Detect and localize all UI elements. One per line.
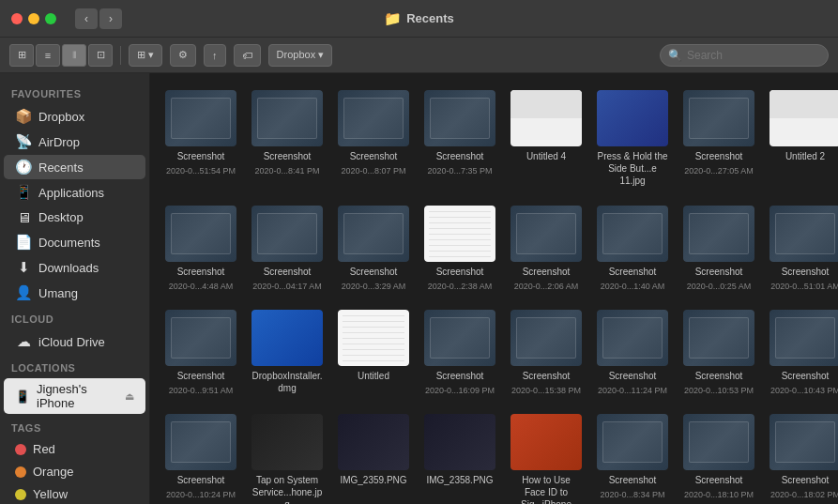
- thumb-image: [683, 206, 754, 262]
- sidebar-item-dropbox[interactable]: 📦 Dropbox: [4, 104, 145, 129]
- tag-button[interactable]: 🏷: [234, 44, 261, 67]
- file-item-f6[interactable]: Press & Hold the Side But...e 11.jpg: [593, 84, 672, 192]
- view-icon-button[interactable]: ⊞: [9, 44, 34, 67]
- file-name: Screenshot: [609, 474, 657, 486]
- sidebar-item-label: Red: [33, 442, 55, 456]
- fullscreen-button[interactable]: [45, 13, 56, 24]
- file-item-f1[interactable]: Screenshot 2020-0...51:54 PM: [161, 84, 240, 192]
- file-thumbnail: [683, 310, 754, 366]
- file-item-f12[interactable]: Screenshot 2020-0...3:29 AM: [334, 200, 413, 297]
- main-container: Favourites 📦 Dropbox 📡 AirDrop 🕐 Recents…: [0, 73, 838, 504]
- file-thumbnail: [165, 206, 236, 262]
- thumb-image: [769, 414, 838, 470]
- sidebar-item-tag-orange[interactable]: Orange: [4, 461, 145, 482]
- sidebar-item-desktop[interactable]: 🖥 Desktop: [4, 206, 145, 229]
- iphone-icon: 📱: [15, 389, 30, 404]
- file-item-f24[interactable]: Screenshot 2020-0...11:24 PM: [593, 304, 672, 401]
- file-date: 2020-0...51:54 PM: [166, 166, 236, 176]
- sidebar-item-tag-yellow[interactable]: Yellow: [4, 483, 145, 504]
- sidebar-item-jignesh-iphone[interactable]: 📱 Jignesh's iPhone ⏏: [4, 378, 145, 414]
- file-thumbnail: [769, 90, 838, 146]
- desktop-icon: 🖥: [15, 209, 32, 225]
- sidebar-item-label: Yellow: [33, 487, 68, 501]
- file-item-f5[interactable]: Untitled 4: [507, 84, 586, 192]
- file-item-f17[interactable]: Screenshot 2020-0...51:01 AM: [766, 200, 838, 297]
- search-box[interactable]: 🔍: [660, 44, 829, 67]
- eject-icon[interactable]: ⏏: [125, 390, 134, 403]
- file-item-f25[interactable]: Screenshot 2020-0...10:53 PM: [679, 304, 758, 401]
- sidebar-item-tag-red[interactable]: Red: [4, 438, 145, 460]
- file-thumbnail: [165, 414, 236, 470]
- share-button[interactable]: ↑: [204, 44, 226, 67]
- file-date: 2020-0...16:09 PM: [425, 386, 495, 395]
- view-gallery-button[interactable]: ⊡: [88, 44, 113, 67]
- file-item-f28[interactable]: Screenshot 2020-0...10:24 PM: [161, 408, 240, 504]
- file-item-f8[interactable]: Untitled 2: [766, 84, 838, 192]
- sidebar-item-label: iCloud Drive: [38, 335, 105, 349]
- file-item-f16[interactable]: Screenshot 2020-0...0:25 AM: [679, 200, 758, 297]
- file-item-f7[interactable]: Screenshot 2020-0...27:05 AM: [679, 84, 758, 192]
- file-date: 2020-0...11:24 PM: [598, 386, 667, 395]
- file-item-f20[interactable]: DropboxInstaller.dmg: [248, 304, 327, 401]
- minimize-button[interactable]: [28, 13, 39, 24]
- file-date: 2020-0...2:38 AM: [428, 282, 493, 291]
- thumb-image: [510, 414, 582, 470]
- sidebar-item-label: Downloads: [38, 261, 99, 275]
- file-item-f10[interactable]: Screenshot 2020-0...4:48 AM: [161, 200, 240, 297]
- file-item-f4[interactable]: Screenshot 2020-0...7:35 PM: [420, 84, 499, 192]
- view-options-button[interactable]: ⊞ ▾: [129, 44, 162, 67]
- file-date: 2020-0...10:43 PM: [770, 386, 838, 395]
- file-date: 2020-0...27:05 AM: [684, 166, 754, 176]
- file-item-f23[interactable]: Screenshot 2020-0...15:38 PM: [507, 304, 586, 401]
- dropbox-button[interactable]: Dropbox ▾: [268, 44, 333, 67]
- forward-button[interactable]: ›: [99, 8, 122, 29]
- sidebar-item-label: Recents: [38, 160, 84, 175]
- file-item-f11[interactable]: Screenshot 2020-0...04:17 AM: [248, 200, 327, 297]
- sidebar-item-documents[interactable]: 📄 Documents: [4, 230, 145, 254]
- sidebar-item-umang[interactable]: 👤 Umang: [4, 281, 145, 305]
- sidebar-item-recents[interactable]: 🕐 Recents: [4, 155, 145, 179]
- sidebar-item-label: AirDrop: [38, 135, 80, 149]
- sidebar-item-icloud-drive[interactable]: ☁ iCloud Drive: [4, 329, 145, 354]
- file-thumbnail: [424, 90, 495, 146]
- file-item-f2[interactable]: Screenshot 2020-0...8:41 PM: [248, 84, 327, 192]
- file-thumbnail: [251, 90, 323, 146]
- file-item-f35[interactable]: Screenshot 2020-0...18:02 PM: [766, 408, 838, 504]
- file-item-f21[interactable]: Untitled: [334, 304, 413, 401]
- file-thumbnail: [424, 206, 495, 262]
- view-list-button[interactable]: ≡: [36, 44, 60, 67]
- sidebar-item-airdrop[interactable]: 📡 AirDrop: [4, 130, 145, 154]
- file-item-f29[interactable]: Tap on System Service...hone.jpg: [248, 408, 327, 504]
- recents-icon: 🕐: [15, 159, 32, 176]
- file-item-f32[interactable]: How to Use Face ID to Sig...iPhone: [507, 408, 586, 504]
- file-name: Screenshot: [523, 266, 571, 278]
- file-name: How to Use Face ID to Sig...iPhone: [510, 474, 582, 504]
- file-name: Screenshot: [695, 474, 743, 486]
- search-input[interactable]: [687, 49, 820, 62]
- sidebar-item-label: Dropbox: [38, 110, 84, 124]
- thumb-image: [251, 206, 323, 262]
- file-item-f26[interactable]: Screenshot 2020-0...10:43 PM: [766, 304, 838, 401]
- file-item-f33[interactable]: Screenshot 2020-0...8:34 PM: [593, 408, 672, 504]
- view-column-button[interactable]: ⫴: [62, 44, 86, 67]
- action-button[interactable]: ⚙: [170, 44, 196, 67]
- folder-icon: 📁: [384, 10, 402, 27]
- file-item-f31[interactable]: IMG_2358.PNG: [420, 408, 499, 504]
- sidebar-item-applications[interactable]: 📱 Applications: [4, 180, 145, 205]
- file-name: Screenshot: [177, 150, 225, 162]
- back-button[interactable]: ‹: [75, 8, 98, 29]
- thumb-image: [597, 206, 668, 262]
- file-item-f14[interactable]: Screenshot 2020-0...2:06 AM: [507, 200, 586, 297]
- file-item-f19[interactable]: Screenshot 2020-0...9:51 AM: [161, 304, 240, 401]
- file-name: Screenshot: [609, 266, 657, 278]
- file-item-f3[interactable]: Screenshot 2020-0...8:07 PM: [334, 84, 413, 192]
- file-item-f13[interactable]: Screenshot 2020-0...2:38 AM: [420, 200, 499, 297]
- sidebar-item-downloads[interactable]: ⬇ Downloads: [4, 255, 145, 280]
- file-date: 2020-0...7:35 PM: [427, 166, 492, 176]
- thumb-image: [769, 206, 838, 262]
- file-item-f22[interactable]: Screenshot 2020-0...16:09 PM: [420, 304, 499, 401]
- close-button[interactable]: [11, 13, 23, 24]
- file-item-f15[interactable]: Screenshot 2020-0...1:40 AM: [593, 200, 672, 297]
- file-item-f34[interactable]: Screenshot 2020-0...18:10 PM: [679, 408, 758, 504]
- file-item-f30[interactable]: IMG_2359.PNG: [334, 408, 413, 504]
